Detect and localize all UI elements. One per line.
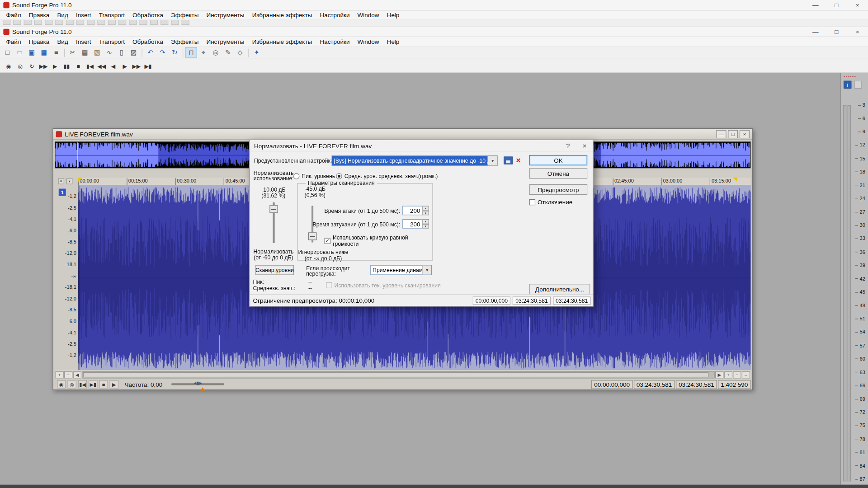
paste-special-button[interactable]: ▨ [128, 47, 140, 58]
menu-инструменты[interactable]: Инструменты [203, 38, 248, 45]
menu-help[interactable]: Help [383, 38, 403, 45]
menu-обработка[interactable]: Обработка [128, 38, 167, 45]
scrollbar-thumb[interactable] [83, 372, 708, 377]
equal-loudness-checkbox[interactable]: ✓ [325, 238, 330, 244]
menu-избранные-эффекты[interactable]: Избранные эффекты [248, 12, 316, 19]
menu-transport[interactable]: Transport [95, 38, 128, 45]
menu-transport[interactable]: Transport [95, 12, 128, 19]
overload-dropdown[interactable]: Применение динамиче ▼ [370, 265, 432, 275]
menu-window[interactable]: Window [354, 12, 383, 19]
magnify-tool-button[interactable]: ◎ [210, 47, 222, 58]
trim-button[interactable]: ▯ [116, 47, 127, 58]
copy-button[interactable]: ▤ [79, 47, 91, 58]
dialog-position-field[interactable]: 00:00:00,000 [473, 296, 511, 305]
doc-go-end-button[interactable]: ▶▮ [89, 380, 98, 388]
info-icon[interactable]: i [844, 81, 851, 89]
play-button[interactable]: ▶ [50, 61, 60, 71]
cut-button[interactable]: ✂ [67, 47, 79, 58]
minimize-icon[interactable]: — [805, 0, 826, 10]
chevron-down-icon[interactable]: ▼ [488, 156, 497, 165]
scrollbar-trough[interactable] [82, 371, 715, 378]
selection-end-marker[interactable] [733, 178, 737, 182]
zoom-fit-button[interactable]: ↔ [742, 371, 750, 378]
spin-down-icon[interactable]: ▼ [422, 224, 429, 228]
go-to-end-button[interactable]: ▶▮ [143, 61, 153, 71]
preview-button[interactable]: Предпросмотр [529, 184, 588, 195]
menu-настройки[interactable]: Настройки [316, 12, 354, 19]
spin-up-icon[interactable]: ▲ [422, 219, 429, 224]
preset-combobox[interactable]: [Sys] Нормализовать среднеквадратичное з… [331, 155, 497, 166]
help-icon[interactable]: ? [560, 140, 576, 152]
rate-slider-thumb[interactable]: ◄▮► [193, 380, 202, 385]
open-file-button[interactable]: ▭ [14, 47, 26, 58]
doc-play-button[interactable]: ▶ [109, 380, 118, 388]
scroll-left-button[interactable]: ◀ [73, 371, 81, 378]
dialog-sel-start-field[interactable]: 03:24:30,581 [513, 296, 551, 305]
menu-эффекты[interactable]: Эффекты [167, 12, 203, 19]
menu-insert[interactable]: Insert [72, 12, 95, 19]
track-tool-icon-2[interactable]: ▾ [66, 178, 72, 184]
delete-preset-icon[interactable]: × [516, 155, 521, 166]
undo-button[interactable]: ↶ [145, 47, 156, 58]
menu-правка[interactable]: Правка [25, 38, 53, 45]
spin-up-icon[interactable]: ▲ [422, 206, 429, 211]
document-titlebar[interactable]: LIVE FOREVER film.wav — □ × [53, 129, 753, 140]
meter-drag-handle[interactable]: •••••• [844, 74, 856, 79]
selection-length-field[interactable]: 1:402 590 [718, 380, 750, 389]
go-to-start-button[interactable]: ▮◀ [85, 61, 95, 71]
menu-вид[interactable]: Вид [53, 12, 72, 19]
doc-stop-button[interactable]: ■ [99, 380, 108, 388]
snap-to-grid-button[interactable]: ⊓ [185, 47, 197, 58]
release-time-spinner[interactable]: 200 ▲ ▼ [402, 219, 429, 229]
paste-button[interactable]: ▧ [91, 47, 103, 58]
playback-cursor[interactable] [79, 185, 79, 370]
menu-insert[interactable]: Insert [72, 38, 95, 45]
mix-button[interactable]: ∿ [104, 47, 115, 58]
menu-инструменты[interactable]: Инструменты [203, 12, 248, 19]
zoom-out-alt-button[interactable]: − [733, 371, 741, 378]
forward-fast-button[interactable]: ▶▶ [131, 61, 142, 71]
more-button[interactable]: Дополнительно... [529, 284, 590, 294]
selection-start-marker[interactable] [78, 178, 83, 182]
release-time-value[interactable]: 200 [402, 219, 422, 229]
zoom-tool-button[interactable]: ⌖ [198, 47, 209, 58]
loop-playback-button[interactable]: ◎ [15, 61, 25, 71]
close-icon[interactable]: × [847, 27, 868, 36]
edit-tool-button[interactable]: ✎ [222, 47, 234, 58]
menu-файл[interactable]: Файл [2, 38, 25, 45]
menu-избранные-эффекты[interactable]: Избранные эффекты [248, 38, 316, 45]
stop-button[interactable]: ■ [73, 61, 84, 71]
scan-levels-button[interactable]: Сканир.уровни [255, 265, 294, 275]
maximize-icon[interactable]: □ [826, 27, 847, 36]
spin-down-icon[interactable]: ▼ [422, 211, 429, 215]
peak-level-radio[interactable] [293, 173, 299, 179]
ok-button[interactable]: OK [529, 155, 588, 165]
close-icon[interactable]: × [847, 0, 868, 10]
doc-go-start-button[interactable]: ▮◀ [78, 380, 87, 388]
dialog-close-icon[interactable]: × [576, 140, 593, 152]
doc-record-button[interactable]: ◉ [57, 380, 66, 388]
cancel-button[interactable]: Отмена [529, 168, 588, 178]
menu-обработка[interactable]: Обработка [128, 12, 167, 19]
menu-help[interactable]: Help [383, 12, 403, 19]
repeat-button[interactable]: ↻ [169, 47, 180, 58]
scroll-right-button[interactable]: ▶ [715, 371, 723, 378]
rewind-fast-button[interactable]: ◀◀ [96, 61, 107, 71]
forward-button[interactable]: ▶ [119, 61, 130, 71]
menu-window[interactable]: Window [354, 38, 383, 45]
loop-button[interactable]: ↻ [27, 61, 37, 71]
menu-эффекты[interactable]: Эффекты [167, 38, 203, 45]
chevron-down-icon[interactable]: ▼ [422, 266, 431, 275]
rewind-button[interactable]: ◀ [108, 61, 118, 71]
attack-time-value[interactable]: 200 [402, 206, 422, 216]
minimize-icon[interactable]: — [805, 27, 826, 36]
rate-slider[interactable]: ◄▮► [172, 380, 224, 388]
menu-настройки[interactable]: Настройки [316, 38, 354, 45]
equal-loudness-row[interactable]: ✓ Использовать кривую равной громкости [325, 235, 433, 247]
menu-вид[interactable]: Вид [53, 38, 72, 45]
meter-options-icon[interactable] [854, 81, 862, 89]
zoom-out-button[interactable]: − [64, 371, 72, 378]
doc-close-icon[interactable]: × [740, 130, 750, 138]
track-tool-icon-1[interactable]: ≡ [58, 178, 64, 184]
bypass-checkbox[interactable] [529, 199, 535, 205]
